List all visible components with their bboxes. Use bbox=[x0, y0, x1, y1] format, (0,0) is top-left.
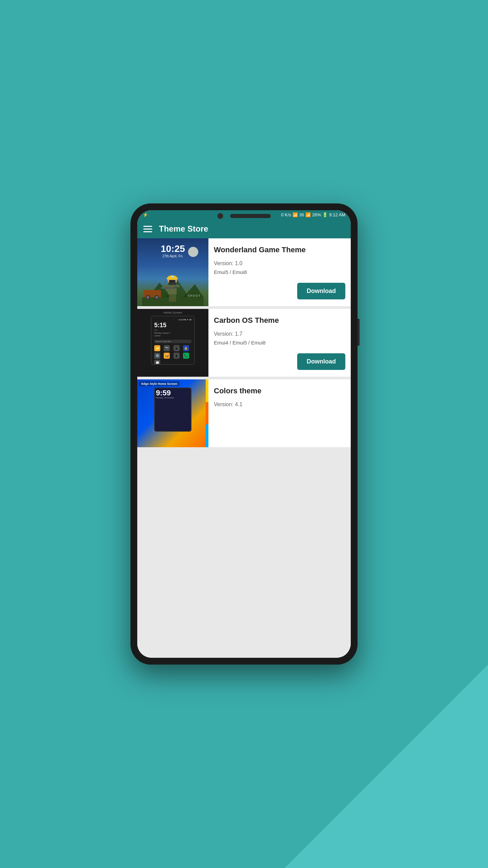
svg-rect-23 bbox=[168, 282, 176, 285]
carbon-image: Home Screen 5:15 PM ☀ 36° 5:15 PM Monday… bbox=[137, 309, 208, 377]
phone-device: ⚡ 0 K/s 📶 36 📶 26% 🔋 9:12 AM Theme Store bbox=[130, 203, 358, 665]
app-title: Theme Store bbox=[159, 224, 208, 234]
svg-rect-10 bbox=[172, 294, 176, 302]
carbon-search: Search or Type URL bbox=[154, 340, 191, 343]
theme-card-colors: Edge Style Home Screen 9:59 Monday, 16 O… bbox=[137, 379, 351, 447]
wonderland-time: 10:25 bbox=[161, 243, 185, 254]
moon-shape bbox=[188, 247, 198, 257]
colors-label: Edge Style Home Screen bbox=[139, 381, 179, 386]
wonderland-version: Version: 1.0 bbox=[214, 260, 345, 267]
hamburger-menu[interactable] bbox=[143, 226, 152, 232]
colors-version: Version: 4.1 bbox=[214, 401, 345, 408]
carbon-icons-2: ⚙️ 📦 📱 📞 💬 bbox=[153, 352, 193, 365]
svg-point-8 bbox=[155, 296, 158, 299]
battery-icon: 🔋 bbox=[322, 212, 328, 217]
carbon-title: Carbon OS Theme bbox=[214, 316, 345, 326]
wonderland-image: 10:25 27th April, Fri. bbox=[137, 238, 208, 306]
colors-image: Edge Style Home Screen 9:59 Monday, 16 O… bbox=[137, 379, 208, 447]
carbon-emui: Emui4 / Emui5 / Emui8 bbox=[214, 340, 345, 346]
svg-rect-24 bbox=[163, 287, 176, 289]
colors-phone-mock: 9:59 Monday, 16 October bbox=[154, 388, 191, 432]
app-bar: Theme Store bbox=[137, 219, 351, 238]
colors-title: Colors theme bbox=[214, 386, 345, 396]
content-area: 10:25 27th April, Fri. bbox=[137, 238, 351, 658]
svg-rect-11 bbox=[168, 284, 177, 294]
network-speed: 0 K/s bbox=[281, 212, 291, 217]
wonderland-clock: 10:25 27th April, Fri. bbox=[161, 238, 185, 258]
carbon-label: Home Screen bbox=[163, 309, 182, 316]
character-area: SHOOT bbox=[137, 262, 208, 306]
clock: 9:12 AM bbox=[329, 212, 345, 217]
svg-point-6 bbox=[146, 296, 149, 299]
wonderland-download-button[interactable]: Download bbox=[297, 283, 345, 299]
colors-info: Colors theme Version: 4.1 bbox=[208, 379, 351, 447]
speaker bbox=[230, 214, 271, 218]
status-left: ⚡ bbox=[143, 212, 148, 217]
wonderland-emui: Emui5 / Emui8 bbox=[214, 269, 345, 275]
carbon-phone-mock: 5:15 PM ☀ 36° 5:15 PM Monday, August 7 L… bbox=[151, 316, 195, 365]
side-button bbox=[358, 319, 360, 346]
phone-screen: ⚡ 0 K/s 📶 36 📶 26% 🔋 9:12 AM Theme Store bbox=[137, 210, 351, 658]
svg-rect-25 bbox=[174, 287, 177, 288]
svg-text:SHOOT: SHOOT bbox=[187, 294, 201, 297]
carbon-version: Version: 1.7 bbox=[214, 331, 345, 337]
wifi-icon: 📶 bbox=[292, 212, 298, 217]
svg-point-19 bbox=[172, 276, 173, 277]
wonderland-date: 27th April, Fri. bbox=[161, 254, 185, 258]
carbon-download-button[interactable]: Download bbox=[297, 353, 345, 370]
wonderland-title: Wonderland Game Theme bbox=[214, 245, 345, 255]
phone-top-bar bbox=[217, 213, 271, 219]
camera bbox=[217, 213, 223, 219]
theme-card-wonderland: 10:25 27th April, Fri. bbox=[137, 238, 351, 306]
carbon-info: Carbon OS Theme Version: 1.7 Emui4 / Emu… bbox=[208, 309, 351, 377]
wonderland-info: Wonderland Game Theme Version: 1.0 Emui5… bbox=[208, 238, 351, 306]
signal-icon: 📶 bbox=[305, 212, 311, 217]
carbon-time: 5:15 bbox=[153, 321, 193, 329]
network-type: 36 bbox=[299, 212, 304, 217]
battery-level: 26% bbox=[312, 212, 321, 217]
carbon-icons: 📁 📷 📱 🔒 bbox=[153, 344, 193, 352]
status-right: 0 K/s 📶 36 📶 26% 🔋 9:12 AM bbox=[281, 212, 345, 217]
usb-icon: ⚡ bbox=[143, 212, 148, 217]
svg-rect-26 bbox=[161, 288, 164, 289]
theme-card-carbon: Home Screen 5:15 PM ☀ 36° 5:15 PM Monday… bbox=[137, 309, 351, 377]
